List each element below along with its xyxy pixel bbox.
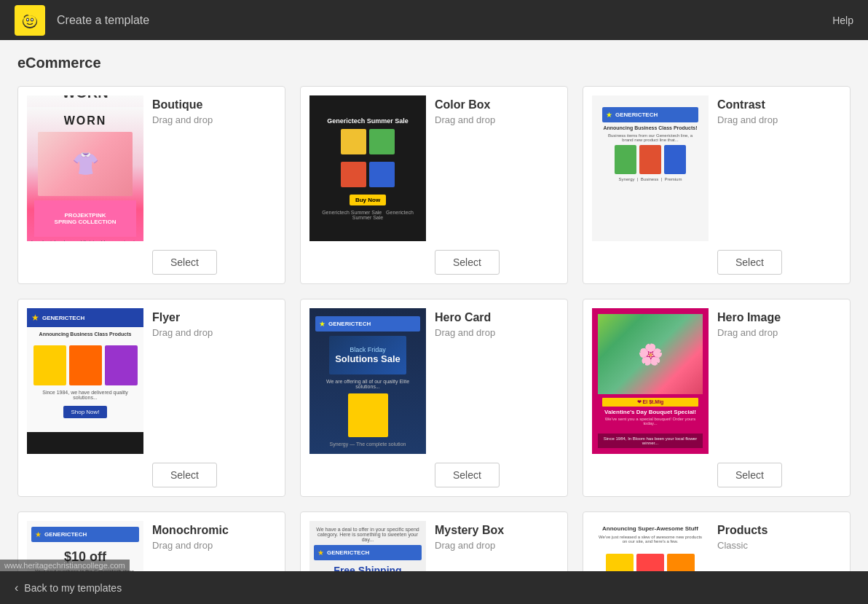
header: Create a template Help	[0, 0, 868, 40]
templates-grid: WORN 👚 PROJEKTPINKSPRING COLLECTION Love…	[17, 86, 851, 604]
back-to-templates-link[interactable]: Back to my templates	[24, 582, 122, 594]
select-btn-container-colorbox: Select	[301, 250, 567, 283]
template-card-inner-colorbox: Generictech Summer Sale Buy Now Generict…	[301, 87, 567, 250]
select-button-heroimage[interactable]: Select	[717, 463, 782, 487]
select-button-flyer[interactable]: Select	[152, 463, 217, 487]
template-card-inner-contrast: ★ GENERICTECH Announcing Business Class …	[583, 87, 850, 250]
template-info-colorbox: Color Box Drag and drop	[435, 95, 559, 241]
template-type-monochromic: Drag and drop	[152, 540, 276, 551]
select-btn-container-flyer: Select	[18, 463, 285, 496]
template-type-herocard: Drag and drop	[435, 327, 559, 338]
back-arrow-icon: ‹	[15, 581, 18, 595]
template-thumbnail-herocard: ★ GENERICTECH Black Friday Solutions Sal…	[309, 308, 426, 454]
template-type-heroimage: Drag and drop	[717, 327, 841, 338]
template-card-inner-herocard: ★ GENERICTECH Black Friday Solutions Sal…	[301, 299, 567, 463]
select-btn-container-contrast: Select	[583, 250, 850, 283]
template-thumbnail-contrast: ★ GENERICTECH Announcing Business Class …	[592, 95, 709, 241]
template-type-products: Classic	[717, 540, 841, 551]
template-type-colorbox: Drag and drop	[435, 114, 559, 125]
template-card-heroimage: 🌸 ❤ El $t.Mig Valentine's Day Bouquet Sp…	[583, 299, 851, 497]
help-button[interactable]: Help	[832, 15, 853, 26]
template-thumbnail-boutique: WORN 👚 PROJEKTPINKSPRING COLLECTION Love…	[27, 95, 143, 241]
select-button-contrast[interactable]: Select	[717, 250, 782, 275]
template-type-boutique: Drag and drop	[152, 114, 276, 125]
select-button-herocard[interactable]: Select	[435, 463, 500, 487]
template-name-monochromic: Monochromic	[152, 524, 276, 537]
template-info-heroimage: Hero Image Drag and drop	[717, 308, 841, 454]
section-title: eCommerce	[17, 55, 851, 71]
template-name-products: Products	[717, 524, 841, 537]
template-thumbnail-heroimage: 🌸 ❤ El $t.Mig Valentine's Day Bouquet Sp…	[592, 308, 709, 454]
template-card-inner: WORN 👚 PROJEKTPINKSPRING COLLECTION Love…	[18, 87, 285, 250]
select-btn-container-herocard: Select	[301, 463, 567, 496]
svg-point-5	[31, 18, 33, 20]
template-name-herocard: Hero Card	[435, 311, 559, 324]
template-card-boutique: WORN 👚 PROJEKTPINKSPRING COLLECTION Love…	[17, 86, 285, 284]
template-name-flyer: Flyer	[152, 311, 276, 324]
watermark: www.heritagechristiancollege.com	[0, 560, 130, 571]
page-title: Create a template	[57, 14, 149, 27]
header-left: Create a template	[15, 5, 149, 36]
svg-point-1	[23, 15, 36, 27]
template-type-mysterybox: Drag and drop	[435, 540, 559, 551]
select-button-colorbox[interactable]: Select	[435, 250, 500, 275]
template-card-flyer: ★ GENERICTECH Announcing Business Class …	[17, 299, 285, 497]
template-card-contrast: ★ GENERICTECH Announcing Business Class …	[583, 86, 851, 284]
template-name-mysterybox: Mystery Box	[435, 524, 559, 537]
template-name-contrast: Contrast	[717, 98, 841, 111]
template-card-colorbox: Generictech Summer Sale Buy Now Generict…	[300, 86, 568, 284]
template-thumbnail-colorbox: Generictech Summer Sale Buy Now Generict…	[309, 95, 426, 241]
mailchimp-logo	[15, 5, 45, 36]
template-name-boutique: Boutique	[152, 98, 276, 111]
template-type-contrast: Drag and drop	[717, 114, 841, 125]
template-name-heroimage: Hero Image	[717, 311, 841, 324]
select-btn-container-heroimage: Select	[583, 463, 850, 496]
template-thumbnail-flyer: ★ GENERICTECH Announcing Business Class …	[27, 308, 143, 454]
template-info-flyer: Flyer Drag and drop	[152, 308, 276, 454]
template-card-inner-flyer: ★ GENERICTECH Announcing Business Class …	[18, 299, 285, 463]
main-content: eCommerce WORN 👚 PROJEKTPINKSPRING COLLE…	[0, 40, 868, 604]
bottom-bar: ‹ Back to my templates	[0, 571, 868, 604]
template-info-herocard: Hero Card Drag and drop	[435, 308, 559, 454]
select-button-boutique[interactable]: Select	[152, 250, 217, 275]
template-type-flyer: Drag and drop	[152, 327, 276, 338]
svg-point-4	[27, 18, 28, 20]
template-card-inner-heroimage: 🌸 ❤ El $t.Mig Valentine's Day Bouquet Sp…	[583, 299, 850, 463]
template-info-contrast: Contrast Drag and drop	[717, 95, 841, 241]
template-info-boutique: Boutique Drag and drop	[152, 95, 276, 241]
template-name-colorbox: Color Box	[435, 98, 559, 111]
select-btn-container-boutique: Select	[18, 250, 285, 283]
template-card-herocard: ★ GENERICTECH Black Friday Solutions Sal…	[300, 299, 568, 497]
